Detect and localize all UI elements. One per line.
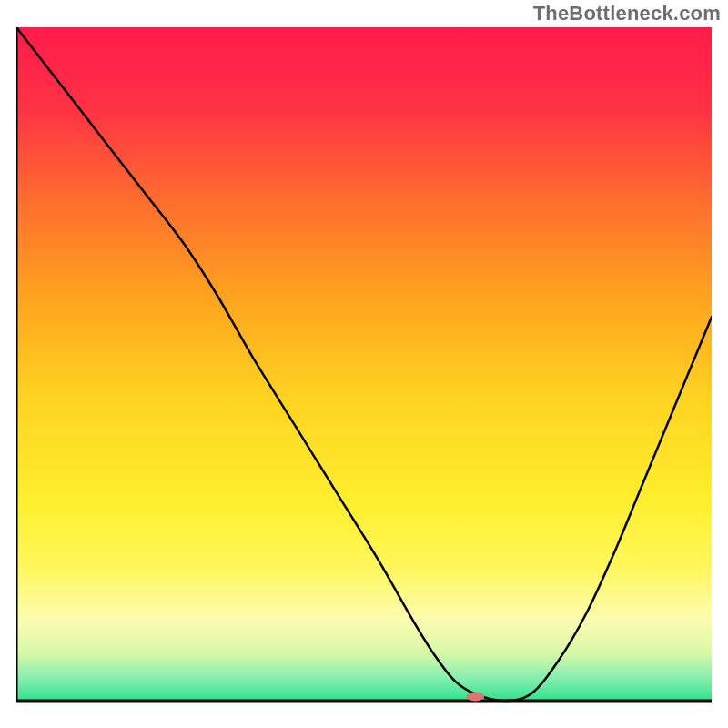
optimal-point-marker <box>466 693 484 702</box>
watermark-text: TheBottleneck.com <box>533 2 721 25</box>
gradient-background <box>16 27 712 701</box>
bottleneck-chart <box>16 27 712 713</box>
plot-area <box>16 27 712 713</box>
chart-container: TheBottleneck.com <box>0 0 728 728</box>
